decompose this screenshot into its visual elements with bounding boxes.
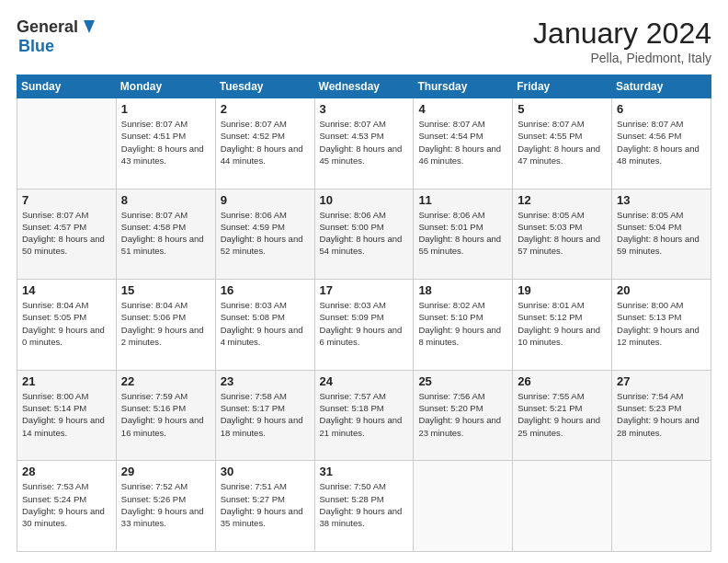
calendar-cell: 13Sunrise: 8:05 AMSunset: 5:04 PMDayligh… xyxy=(612,189,711,280)
calendar-cell: 9Sunrise: 8:06 AMSunset: 4:59 PMDaylight… xyxy=(215,189,314,280)
day-detail: Sunrise: 7:55 AMSunset: 5:21 PMDaylight:… xyxy=(518,390,607,439)
day-detail: Sunrise: 8:03 AMSunset: 5:09 PMDaylight:… xyxy=(320,299,409,348)
day-number: 1 xyxy=(121,102,210,116)
calendar-cell xyxy=(17,98,117,190)
day-number: 14 xyxy=(22,283,111,297)
day-number: 26 xyxy=(518,374,607,388)
day-detail: Sunrise: 8:00 AMSunset: 5:14 PMDaylight:… xyxy=(22,390,111,439)
calendar-cell: 25Sunrise: 7:56 AMSunset: 5:20 PMDayligh… xyxy=(414,370,513,461)
day-detail: Sunrise: 7:57 AMSunset: 5:18 PMDaylight:… xyxy=(320,390,409,439)
day-detail: Sunrise: 7:56 AMSunset: 5:20 PMDaylight:… xyxy=(418,390,507,439)
day-detail: Sunrise: 8:07 AMSunset: 4:52 PMDaylight:… xyxy=(221,118,310,167)
calendar-cell xyxy=(414,461,513,552)
calendar-cell: 1Sunrise: 8:07 AMSunset: 4:51 PMDaylight… xyxy=(116,98,215,190)
header: General Blue January 2024 Pella, Piedmon… xyxy=(17,17,711,65)
calendar-cell: 10Sunrise: 8:06 AMSunset: 5:00 PMDayligh… xyxy=(314,189,414,280)
day-detail: Sunrise: 7:51 AMSunset: 5:27 PMDaylight:… xyxy=(221,480,310,529)
logo: General Blue xyxy=(17,17,98,56)
calendar-cell: 31Sunrise: 7:50 AMSunset: 5:28 PMDayligh… xyxy=(314,461,414,552)
day-detail: Sunrise: 8:03 AMSunset: 5:08 PMDaylight:… xyxy=(221,299,310,348)
calendar-cell: 18Sunrise: 8:02 AMSunset: 5:10 PMDayligh… xyxy=(414,280,513,371)
calendar-title: January 2024 xyxy=(533,17,711,51)
calendar-cell: 29Sunrise: 7:52 AMSunset: 5:26 PMDayligh… xyxy=(116,461,215,552)
calendar-week-row: 14Sunrise: 8:04 AMSunset: 5:05 PMDayligh… xyxy=(17,280,711,371)
day-number: 27 xyxy=(617,374,706,388)
svg-marker-0 xyxy=(84,20,95,33)
calendar-cell: 2Sunrise: 8:07 AMSunset: 4:52 PMDaylight… xyxy=(215,98,314,190)
day-detail: Sunrise: 8:01 AMSunset: 5:12 PMDaylight:… xyxy=(518,299,607,348)
day-number: 9 xyxy=(221,193,310,207)
header-thursday: Thursday xyxy=(414,75,513,98)
header-friday: Friday xyxy=(513,75,612,98)
day-detail: Sunrise: 8:04 AMSunset: 5:05 PMDaylight:… xyxy=(22,299,111,348)
day-detail: Sunrise: 7:59 AMSunset: 5:16 PMDaylight:… xyxy=(121,390,210,439)
calendar-cell: 6Sunrise: 8:07 AMSunset: 4:56 PMDaylight… xyxy=(612,98,711,190)
logo-blue-text: Blue xyxy=(18,37,54,56)
day-number: 28 xyxy=(22,465,111,478)
calendar-cell xyxy=(612,461,711,552)
day-number: 2 xyxy=(221,102,310,116)
calendar-week-row: 7Sunrise: 8:07 AMSunset: 4:57 PMDaylight… xyxy=(17,189,711,280)
calendar-cell: 19Sunrise: 8:01 AMSunset: 5:12 PMDayligh… xyxy=(513,280,612,371)
day-detail: Sunrise: 8:07 AMSunset: 4:53 PMDaylight:… xyxy=(320,118,409,167)
calendar-cell: 16Sunrise: 8:03 AMSunset: 5:08 PMDayligh… xyxy=(215,280,314,371)
day-detail: Sunrise: 8:00 AMSunset: 5:13 PMDaylight:… xyxy=(617,299,706,348)
day-number: 16 xyxy=(221,283,310,297)
day-detail: Sunrise: 8:04 AMSunset: 5:06 PMDaylight:… xyxy=(121,299,210,348)
calendar-cell: 3Sunrise: 8:07 AMSunset: 4:53 PMDaylight… xyxy=(314,98,414,190)
calendar-cell: 17Sunrise: 8:03 AMSunset: 5:09 PMDayligh… xyxy=(314,280,414,371)
calendar-week-row: 28Sunrise: 7:53 AMSunset: 5:24 PMDayligh… xyxy=(17,461,711,552)
calendar-cell: 8Sunrise: 8:07 AMSunset: 4:58 PMDaylight… xyxy=(116,189,215,280)
day-number: 5 xyxy=(518,102,607,116)
calendar-cell: 7Sunrise: 8:07 AMSunset: 4:57 PMDaylight… xyxy=(17,189,117,280)
header-saturday: Saturday xyxy=(612,75,711,98)
day-number: 10 xyxy=(320,193,409,207)
calendar-cell: 24Sunrise: 7:57 AMSunset: 5:18 PMDayligh… xyxy=(314,370,414,461)
day-detail: Sunrise: 8:07 AMSunset: 4:56 PMDaylight:… xyxy=(617,118,706,167)
day-number: 8 xyxy=(121,193,210,207)
day-number: 11 xyxy=(418,193,507,207)
day-detail: Sunrise: 8:07 AMSunset: 4:55 PMDaylight:… xyxy=(518,118,607,167)
header-monday: Monday xyxy=(116,75,215,98)
calendar-cell: 26Sunrise: 7:55 AMSunset: 5:21 PMDayligh… xyxy=(513,370,612,461)
logo-general-text: General xyxy=(17,17,78,37)
day-detail: Sunrise: 7:54 AMSunset: 5:23 PMDaylight:… xyxy=(617,390,706,439)
day-number: 12 xyxy=(518,193,607,207)
calendar-cell: 14Sunrise: 8:04 AMSunset: 5:05 PMDayligh… xyxy=(17,280,117,371)
day-number: 18 xyxy=(418,283,507,297)
calendar-cell xyxy=(513,461,612,552)
day-detail: Sunrise: 7:50 AMSunset: 5:28 PMDaylight:… xyxy=(320,480,409,529)
day-detail: Sunrise: 8:06 AMSunset: 5:00 PMDaylight:… xyxy=(320,209,409,258)
day-number: 13 xyxy=(617,193,706,207)
day-number: 15 xyxy=(121,283,210,297)
header-tuesday: Tuesday xyxy=(215,75,314,98)
page: General Blue January 2024 Pella, Piedmon… xyxy=(0,0,728,563)
day-detail: Sunrise: 7:58 AMSunset: 5:17 PMDaylight:… xyxy=(221,390,310,439)
day-detail: Sunrise: 8:02 AMSunset: 5:10 PMDaylight:… xyxy=(418,299,507,348)
calendar-cell: 20Sunrise: 8:00 AMSunset: 5:13 PMDayligh… xyxy=(612,280,711,371)
calendar-subtitle: Pella, Piedmont, Italy xyxy=(533,51,711,65)
calendar-cell: 15Sunrise: 8:04 AMSunset: 5:06 PMDayligh… xyxy=(116,280,215,371)
calendar-cell: 4Sunrise: 8:07 AMSunset: 4:54 PMDaylight… xyxy=(414,98,513,190)
title-block: January 2024 Pella, Piedmont, Italy xyxy=(533,17,711,65)
day-number: 21 xyxy=(22,374,111,388)
calendar-cell: 23Sunrise: 7:58 AMSunset: 5:17 PMDayligh… xyxy=(215,370,314,461)
day-detail: Sunrise: 8:07 AMSunset: 4:58 PMDaylight:… xyxy=(121,209,210,258)
day-number: 19 xyxy=(518,283,607,297)
day-number: 20 xyxy=(617,283,706,297)
calendar-cell: 21Sunrise: 8:00 AMSunset: 5:14 PMDayligh… xyxy=(17,370,117,461)
calendar-cell: 22Sunrise: 7:59 AMSunset: 5:16 PMDayligh… xyxy=(116,370,215,461)
calendar-week-row: 21Sunrise: 8:00 AMSunset: 5:14 PMDayligh… xyxy=(17,370,711,461)
calendar-cell: 5Sunrise: 8:07 AMSunset: 4:55 PMDaylight… xyxy=(513,98,612,190)
calendar-cell: 12Sunrise: 8:05 AMSunset: 5:03 PMDayligh… xyxy=(513,189,612,280)
day-number: 22 xyxy=(121,374,210,388)
day-number: 23 xyxy=(221,374,310,388)
calendar-cell: 11Sunrise: 8:06 AMSunset: 5:01 PMDayligh… xyxy=(414,189,513,280)
calendar-cell: 30Sunrise: 7:51 AMSunset: 5:27 PMDayligh… xyxy=(215,461,314,552)
calendar-table: Sunday Monday Tuesday Wednesday Thursday… xyxy=(17,75,711,552)
header-wednesday: Wednesday xyxy=(314,75,414,98)
logo-icon xyxy=(78,17,98,37)
day-number: 4 xyxy=(418,102,507,116)
header-sunday: Sunday xyxy=(17,75,117,98)
day-detail: Sunrise: 8:05 AMSunset: 5:04 PMDaylight:… xyxy=(617,209,706,258)
